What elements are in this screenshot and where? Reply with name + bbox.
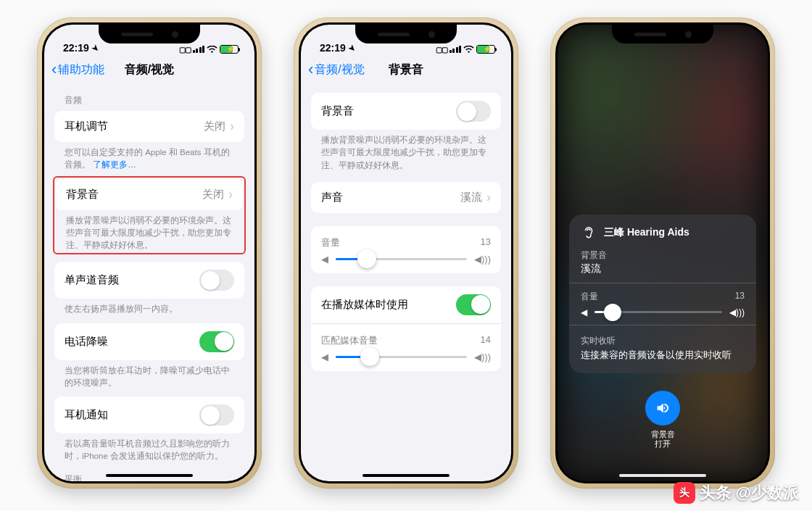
status-time: 22:19 bbox=[320, 42, 346, 54]
speaker-low-icon: ◀ bbox=[321, 254, 328, 265]
bg-note: 播放背景噪声以消弱不必要的环境杂声。这些声音可最大限度地减少干扰，助您更加专注、… bbox=[311, 130, 501, 172]
speaker-icon bbox=[645, 391, 680, 425]
speaker-high-icon: ◀))) bbox=[474, 352, 491, 362]
status-time: 22:19 bbox=[63, 42, 89, 54]
match-media-slider[interactable]: ◀ ◀))) bbox=[321, 352, 491, 362]
use-media-switch[interactable] bbox=[456, 294, 491, 315]
row-mono-audio[interactable]: 单声道音频 bbox=[54, 262, 244, 299]
phone-frame-2: 22:19➤ ▢▢ ⚡ ‹音频/视觉 背景音 背景音 bbox=[294, 17, 518, 489]
dual-sim-icon: ▢▢ bbox=[436, 46, 447, 54]
chevron-right-icon: › bbox=[230, 119, 234, 134]
row-match-media-volume: 匹配媒体音量14 ◀ ◀))) bbox=[311, 323, 501, 371]
bg-sound-cc-button[interactable]: 背景音打开 bbox=[645, 391, 680, 449]
noise-cancel-note: 当您将听筒放在耳边时，降噪可减少电话中的环境噪声。 bbox=[54, 360, 244, 390]
bg-toggle-switch[interactable] bbox=[456, 101, 491, 122]
battery-icon: ⚡ bbox=[476, 45, 495, 54]
mono-note: 使左右扬声器播放同一内容。 bbox=[54, 299, 244, 315]
noise-cancel-switch[interactable] bbox=[199, 331, 234, 352]
phone-frame-3: 三峰 Hearing Aids 背景音 溪流 音量 13 ◀ ◀))) bbox=[550, 17, 775, 489]
nav-bar: ‹辅助功能 音频/视觉 bbox=[44, 55, 254, 84]
row-bg-toggle[interactable]: 背景音 bbox=[311, 93, 501, 130]
hp-notify-switch[interactable] bbox=[199, 404, 234, 425]
home-indicator[interactable] bbox=[619, 474, 706, 478]
row-headphone-adjust[interactable]: 耳机调节 关闭› bbox=[54, 111, 244, 142]
wifi-icon bbox=[463, 46, 474, 54]
section-header-audio: 音频 bbox=[54, 84, 244, 111]
row-phone-noise-cancel[interactable]: 电话降噪 bbox=[54, 323, 244, 360]
ear-icon bbox=[581, 225, 597, 241]
battery-icon: ⚡ bbox=[220, 45, 239, 54]
chevron-left-icon: ‹ bbox=[51, 62, 57, 78]
speaker-low-icon: ◀ bbox=[321, 352, 328, 362]
chevron-right-icon: › bbox=[486, 190, 491, 205]
card-volume-row: 音量 13 bbox=[581, 291, 745, 303]
card-header: 三峰 Hearing Aids bbox=[581, 225, 745, 241]
headphone-note: 您可以自定受支持的 Apple 和 Beats 耳机的音频。 了解更多… bbox=[54, 142, 244, 172]
back-button[interactable]: ‹辅助功能 bbox=[51, 62, 104, 78]
home-indicator[interactable] bbox=[106, 474, 193, 478]
back-button[interactable]: ‹音频/视觉 bbox=[308, 62, 365, 78]
bg-sound-note: 播放背景噪声以消弱不必要的环境杂声。这些声音可最大限度地减少干扰，助您更加专注、… bbox=[56, 210, 243, 252]
cellular-icon bbox=[193, 46, 205, 53]
balance-header: 平衡 bbox=[54, 463, 244, 482]
notch bbox=[612, 25, 713, 43]
learn-more-link[interactable]: 了解更多… bbox=[93, 160, 136, 169]
mono-switch[interactable] bbox=[199, 270, 234, 291]
wifi-icon bbox=[207, 46, 218, 54]
location-icon: ➤ bbox=[90, 42, 102, 54]
phone-frame-1: 22:19➤ ▢▢ ⚡ ‹辅助功能 音频/视觉 音频 耳机调节 关闭› bbox=[37, 17, 262, 489]
toutiao-logo: 头 bbox=[674, 482, 695, 504]
hearing-card: 三峰 Hearing Aids 背景音 溪流 音量 13 ◀ ◀))) bbox=[569, 215, 756, 373]
volume-slider[interactable]: ◀ ◀))) bbox=[321, 254, 491, 265]
chevron-left-icon: ‹ bbox=[308, 62, 313, 78]
watermark: 头 头条 @少数派 bbox=[674, 482, 799, 504]
row-headphone-notify[interactable]: 耳机通知 bbox=[54, 396, 244, 433]
cellular-icon bbox=[450, 46, 462, 53]
highlight-box: 背景音 关闭› 播放背景噪声以消弱不必要的环境杂声。这些声音可最大限度地减少干扰… bbox=[53, 176, 246, 255]
row-sound-select[interactable]: 声音 溪流› bbox=[311, 182, 501, 213]
dual-sim-icon: ▢▢ bbox=[179, 46, 191, 54]
chevron-right-icon: › bbox=[228, 187, 233, 202]
row-volume: 音量13 ◀ ◀))) bbox=[311, 226, 501, 273]
card-live-listen: 实时收听 连接兼容的音频设备以使用实时收听 bbox=[581, 335, 745, 362]
nav-bar: ‹音频/视觉 背景音 bbox=[301, 55, 511, 84]
speaker-low-icon: ◀ bbox=[581, 307, 587, 317]
row-background-sound[interactable]: 背景音 关闭› bbox=[56, 179, 243, 210]
row-use-while-media[interactable]: 在播放媒体时使用 bbox=[311, 286, 501, 323]
card-bg-row[interactable]: 背景音 溪流 bbox=[581, 249, 745, 275]
home-indicator[interactable] bbox=[362, 474, 450, 478]
location-icon: ➤ bbox=[347, 42, 358, 54]
speaker-high-icon: ◀))) bbox=[474, 254, 491, 265]
notch bbox=[99, 25, 200, 43]
hp-notify-note: 若以高音量听耳机音频过久且影响您的听力时，iPhone 会发送通知以保护您的听力… bbox=[54, 433, 244, 463]
notch bbox=[355, 25, 457, 43]
card-volume-slider[interactable]: ◀ ◀))) bbox=[581, 307, 745, 317]
speaker-high-icon: ◀))) bbox=[729, 307, 745, 317]
